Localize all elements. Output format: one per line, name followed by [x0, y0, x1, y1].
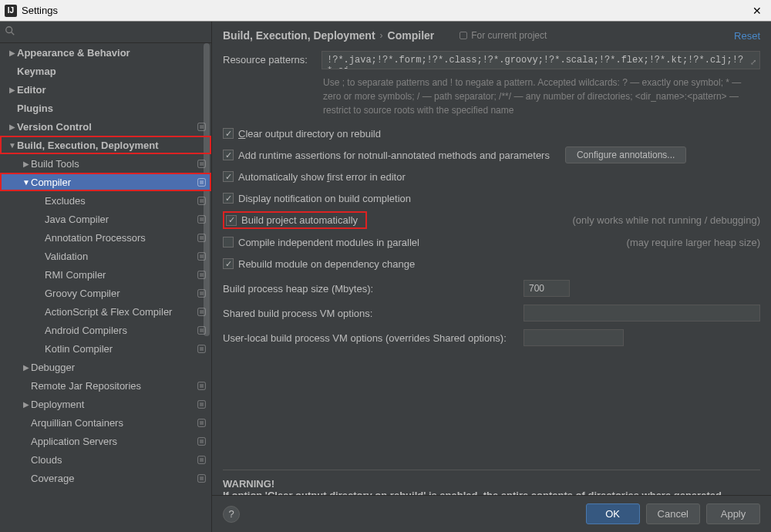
tree-item-label: ActionScript & Flex Compiler [45, 306, 193, 318]
runtime-assert-checkbox[interactable] [223, 150, 234, 160]
tree-item-label: Deployment [31, 399, 193, 410]
configure-annotations-button[interactable]: Configure annotations... [565, 146, 686, 163]
rebuild-label[interactable]: Rebuild module on dependency change [238, 258, 415, 270]
tree-item-keymap[interactable]: Keymap [0, 62, 211, 80]
rebuild-checkbox[interactable] [223, 258, 234, 269]
apply-button[interactable]: Apply [706, 503, 760, 524]
project-tag-icon [196, 417, 207, 428]
first-error-label[interactable]: Automatically show first error in editor [238, 171, 406, 183]
tree-item-kotlin-compiler[interactable]: Kotlin Compiler [0, 339, 211, 358]
runtime-assert-label[interactable]: Add runtime assertions for notnull-annot… [238, 150, 550, 161]
tree-item-build-execution-deployment[interactable]: ▼Build, Execution, Deployment [0, 136, 211, 154]
tree-item-groovy-compiler[interactable]: Groovy Compiler [0, 284, 211, 302]
tree-item-build-tools[interactable]: ▶Build Tools [0, 154, 211, 173]
tree-arrow-icon: ▶ [22, 363, 31, 372]
window-title: Settings [22, 5, 58, 16]
project-tag-icon [196, 269, 207, 280]
tree-item-label: Compiler [31, 177, 193, 188]
tree-item-coverage[interactable]: Coverage [0, 469, 211, 487]
svg-rect-21 [200, 310, 204, 314]
tree-item-android-compilers[interactable]: Android Compilers [0, 321, 211, 339]
shared-vm-label: Shared build process VM options: [223, 308, 516, 319]
heap-input[interactable] [524, 280, 570, 297]
tree-item-compiler[interactable]: ▼Compiler [0, 173, 211, 191]
tree-item-label: Arquillian Containers [31, 417, 193, 429]
tree-item-label: RMI Compiler [45, 269, 193, 281]
settings-tree[interactable]: ▶Appearance & BehaviorKeymap▶EditorPlugi… [0, 43, 211, 532]
tree-item-java-compiler[interactable]: Java Compiler [0, 210, 211, 228]
svg-rect-23 [200, 328, 204, 332]
tree-item-label: Groovy Compiler [45, 288, 193, 299]
close-icon[interactable]: ✕ [748, 5, 766, 17]
help-button[interactable]: ? [223, 506, 240, 523]
tree-item-label: Clouds [31, 454, 193, 466]
user-vm-input[interactable] [524, 329, 624, 346]
tree-item-remote-jar-repositories[interactable]: Remote Jar Repositories [0, 376, 211, 395]
build-auto-checkbox[interactable] [226, 215, 237, 226]
tree-item-label: Kotlin Compiler [45, 343, 193, 355]
resource-patterns-input[interactable]: !?*.java;!?*.form;!?*.class;!?*.groovy;!… [322, 51, 760, 69]
svg-rect-17 [200, 273, 204, 277]
svg-rect-33 [200, 439, 204, 443]
cancel-button[interactable]: Cancel [646, 503, 700, 524]
chevron-right-icon: › [380, 30, 383, 41]
notify-checkbox[interactable] [223, 193, 234, 204]
tree-item-application-servers[interactable]: Application Servers [0, 432, 211, 450]
build-auto-label[interactable]: Build project automatically [241, 214, 358, 226]
tree-item-debugger[interactable]: ▶Debugger [0, 358, 211, 376]
shared-vm-input[interactable] [524, 305, 760, 322]
tree-item-appearance-behavior[interactable]: ▶Appearance & Behavior [0, 43, 211, 62]
ok-button[interactable]: OK [586, 503, 640, 524]
heap-label: Build process heap size (Mbytes): [223, 283, 516, 295]
parallel-note: (may require larger heap size) [611, 237, 760, 248]
tree-item-label: Plugins [17, 103, 207, 114]
project-tag-icon [196, 288, 207, 298]
tree-item-arquillian-containers[interactable]: Arquillian Containers [0, 413, 211, 432]
tree-item-label: Validation [45, 251, 193, 262]
svg-line-1 [12, 32, 15, 35]
project-tag-icon [196, 399, 207, 409]
clear-output-label[interactable]: Clear output directory on rebuild [238, 128, 381, 140]
parallel-label[interactable]: Compile independent modules in parallel [238, 237, 419, 248]
first-error-checkbox[interactable] [223, 171, 234, 182]
main-panel: Build, Execution, Deployment › Compiler … [212, 22, 771, 532]
tree-arrow-icon: ▶ [22, 160, 31, 168]
project-tag-icon [196, 473, 207, 483]
tree-item-deployment[interactable]: ▶Deployment [0, 395, 211, 413]
tree-item-label: Annotation Processors [45, 232, 193, 244]
user-vm-label: User-local build process VM options (ove… [223, 332, 516, 344]
svg-rect-35 [200, 458, 204, 462]
project-tag-icon [196, 380, 207, 391]
tree-item-plugins[interactable]: Plugins [0, 99, 211, 117]
svg-rect-11 [200, 217, 204, 221]
project-tag-icon [196, 121, 207, 132]
reset-link[interactable]: Reset [734, 30, 760, 42]
clear-output-checkbox[interactable] [223, 128, 234, 139]
svg-rect-13 [200, 236, 204, 240]
tree-item-label: Java Compiler [45, 214, 193, 225]
tree-item-validation[interactable]: Validation [0, 247, 211, 265]
tree-item-label: Version Control [17, 121, 193, 133]
project-tag-icon [196, 325, 207, 335]
tree-item-clouds[interactable]: Clouds [0, 450, 211, 469]
tree-item-annotation-processors[interactable]: Annotation Processors [0, 228, 211, 247]
tree-arrow-icon: ▼ [8, 141, 17, 150]
tree-arrow-icon: ▶ [8, 86, 17, 94]
project-tag-icon [196, 306, 207, 317]
svg-rect-27 [200, 384, 204, 388]
svg-rect-19 [200, 291, 204, 295]
expand-icon[interactable]: ⤢ [750, 58, 756, 67]
notify-label[interactable]: Display notification on build completion [238, 193, 411, 204]
tree-item-excludes[interactable]: Excludes [0, 191, 211, 210]
search-icon [5, 25, 15, 39]
search-input[interactable] [15, 25, 207, 39]
tree-item-version-control[interactable]: ▶Version Control [0, 117, 211, 136]
tree-item-label: Appearance & Behavior [17, 47, 207, 59]
tree-item-rmi-compiler[interactable]: RMI Compiler [0, 265, 211, 284]
tree-item-label: Android Compilers [45, 325, 193, 336]
parallel-checkbox[interactable] [223, 237, 234, 247]
svg-rect-37 [200, 476, 204, 480]
tree-item-editor[interactable]: ▶Editor [0, 80, 211, 99]
tree-item-actionscript-flex-compiler[interactable]: ActionScript & Flex Compiler [0, 302, 211, 321]
svg-point-0 [6, 27, 12, 33]
